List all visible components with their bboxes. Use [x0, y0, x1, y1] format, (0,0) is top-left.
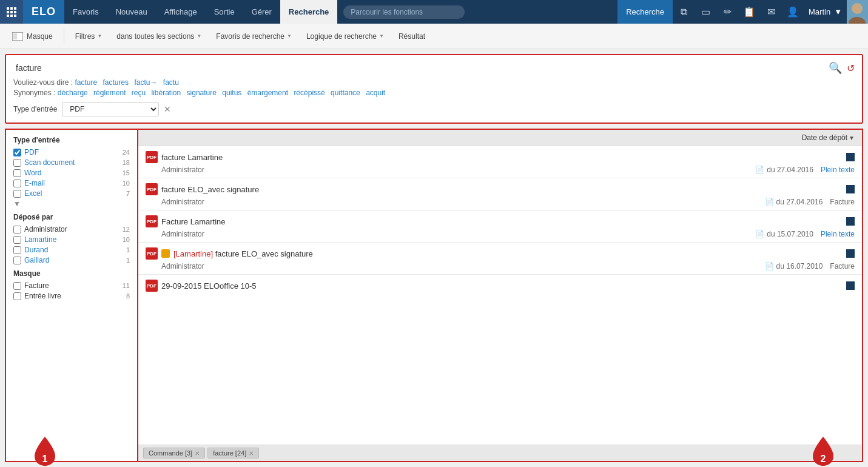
nav-items: Favoris Nouveau Affichage Sortie Gérer R…: [64, 0, 337, 24]
filter-scan: Scan document 18: [13, 158, 130, 167]
filter-pdf-count: 24: [123, 149, 130, 156]
filter-email-checkbox[interactable]: [13, 180, 21, 187]
filter-scan-checkbox[interactable]: [13, 159, 21, 167]
toolbar-favoris[interactable]: Favoris de recherche ▼: [210, 30, 298, 43]
results-header: Date de dépôt ▼: [138, 130, 862, 146]
syn-signature[interactable]: signature: [187, 89, 217, 97]
result-type-1: Plein texte: [821, 166, 855, 174]
filter-excel-label[interactable]: Excel: [24, 189, 42, 198]
envelope-icon[interactable]: ✉: [760, 0, 782, 24]
suggestion-factu-arrow[interactable]: factu→: [134, 78, 157, 87]
window-icon[interactable]: ▭: [695, 0, 716, 24]
filter-clear-icon[interactable]: ✕: [164, 104, 171, 114]
nav-item-sortie[interactable]: Sortie: [206, 0, 243, 24]
filter-durand-checkbox[interactable]: [13, 246, 21, 254]
filter-pdf-label[interactable]: PDF: [24, 148, 39, 156]
syn-emargement[interactable]: émargement: [247, 89, 288, 97]
filter-scan-label[interactable]: Scan document: [24, 158, 75, 167]
result-item-4: PDF [Lamartine] facture ELO_avec signatu…: [138, 243, 862, 275]
filter-pdf: PDF 24: [13, 148, 130, 156]
nav-item-gerer[interactable]: Gérer: [243, 0, 280, 24]
result-menu-1[interactable]: [846, 153, 855, 161]
syn-liberation[interactable]: libération: [152, 89, 181, 97]
syn-quittance[interactable]: quittance: [331, 89, 360, 97]
suggestion-facture[interactable]: facture: [75, 78, 97, 87]
filter-excel-checkbox[interactable]: [13, 190, 21, 198]
result-date-text-3: du 15.07.2010: [767, 230, 813, 238]
toolbar-sections[interactable]: dans toutes les sections ▼: [110, 30, 207, 43]
filter-pdf-checkbox[interactable]: [13, 149, 21, 156]
tab-commande[interactable]: Commande [3] ✕: [143, 448, 205, 459]
filter-gaillard-checkbox[interactable]: [13, 257, 21, 264]
toolbar-logique[interactable]: Logique de recherche ▼: [300, 30, 390, 43]
favoris-arrow: ▼: [287, 33, 292, 39]
nav-right-icons: ⧉ ▭ ✏ 📋 ✉ 👤: [673, 0, 804, 24]
toolbar-filtres[interactable]: Filtres ▼: [69, 30, 109, 43]
filter-word-checkbox[interactable]: [13, 169, 21, 177]
recherche-button[interactable]: Recherche: [617, 0, 673, 24]
result-item-1: PDF facture Lamartine Administrator 📄 du…: [138, 146, 862, 178]
filter-entree-livre-checkbox[interactable]: [13, 292, 21, 300]
result-menu-4[interactable]: [846, 249, 855, 258]
filter-gaillard-label[interactable]: Gaillard: [24, 256, 49, 264]
suggestion-factu[interactable]: factu: [163, 78, 179, 87]
filter-entree-livre-label[interactable]: Entrée livre: [24, 292, 61, 300]
filter-lamartine-checkbox[interactable]: [13, 236, 21, 244]
search-input-main[interactable]: [13, 62, 824, 74]
syn-acquit[interactable]: acquit: [366, 89, 385, 97]
result-menu-3[interactable]: [846, 217, 855, 226]
date-icon-1: 📄: [755, 166, 764, 174]
duplicate-icon[interactable]: ⧉: [673, 0, 695, 24]
suggestion-factures[interactable]: factures: [103, 78, 129, 87]
tab-facture[interactable]: facture [24] ✕: [207, 448, 259, 459]
filter-word-count: 15: [123, 169, 130, 176]
nav-item-affichage[interactable]: Affichage: [156, 0, 206, 24]
syn-quitus[interactable]: quitus: [222, 89, 241, 97]
user-icon[interactable]: 👤: [782, 0, 804, 24]
nav-search-input[interactable]: [343, 5, 465, 19]
main-content: 🔍 ↺ Vouliez-vous dire : facture factures…: [0, 49, 868, 467]
syn-decharge[interactable]: décharge: [58, 89, 88, 97]
tab-facture-close[interactable]: ✕: [249, 450, 254, 457]
nav-item-recherche[interactable]: Recherche: [280, 0, 337, 24]
clipboard-icon[interactable]: 📋: [738, 0, 760, 24]
result-date-text-2: du 27.04.2016: [776, 198, 823, 206]
filter-word-label[interactable]: Word: [24, 169, 41, 177]
toolbar-resultat[interactable]: Résultat: [392, 30, 431, 43]
synonymes-row: Synonymes : décharge règlement reçu libé…: [13, 89, 855, 97]
left-filter-panel: Type d'entrée PDF 24 Scan document 18: [5, 129, 137, 462]
filter-admin-label[interactable]: Administrator: [24, 225, 67, 234]
filter-email-label[interactable]: E-mail: [24, 179, 45, 187]
result-menu-5[interactable]: [846, 281, 855, 290]
search-submit-icon[interactable]: 🔍: [829, 61, 842, 75]
nav-item-favoris[interactable]: Favoris: [64, 0, 107, 24]
filter-facture-masque-label[interactable]: Facture: [24, 281, 49, 290]
tab-commande-label: Commande [3]: [149, 449, 192, 457]
type-more-arrow[interactable]: ▼: [13, 200, 130, 208]
result-menu-2[interactable]: [846, 185, 855, 193]
search-reset-icon[interactable]: ↺: [847, 62, 855, 74]
user-section[interactable]: Martin ▼: [804, 0, 847, 24]
sort-label[interactable]: Date de dépôt: [802, 133, 847, 142]
nav-search-area: [337, 5, 617, 19]
suggestions-label: Vouliez-vous dire :: [13, 78, 73, 87]
svg-point-10: [852, 3, 863, 14]
syn-recu[interactable]: reçu: [132, 89, 146, 97]
elo-logo: ELO: [23, 0, 64, 24]
filter-lamartine-label[interactable]: Lamartine: [24, 235, 56, 244]
filter-entree-livre-count: 8: [126, 292, 130, 300]
filter-excel-count: 7: [126, 190, 130, 197]
filter-durand-label[interactable]: Durand: [24, 246, 48, 254]
nav-item-nouveau[interactable]: Nouveau: [107, 0, 156, 24]
filter-facture-masque-checkbox[interactable]: [13, 282, 21, 290]
grid-icon[interactable]: [0, 0, 23, 24]
tab-commande-close[interactable]: ✕: [195, 450, 200, 457]
result-type-3: Plein texte: [821, 230, 855, 238]
edit-icon[interactable]: ✏: [716, 0, 738, 24]
filter-type-select[interactable]: PDF: [62, 102, 159, 116]
results-tabs: Commande [3] ✕ facture [24] ✕: [138, 445, 862, 461]
toolbar-masque[interactable]: Masque: [6, 30, 59, 43]
syn-recepisse[interactable]: récépissé: [294, 89, 325, 97]
filter-admin-checkbox[interactable]: [13, 226, 21, 234]
syn-reglement[interactable]: règlement: [93, 89, 126, 97]
